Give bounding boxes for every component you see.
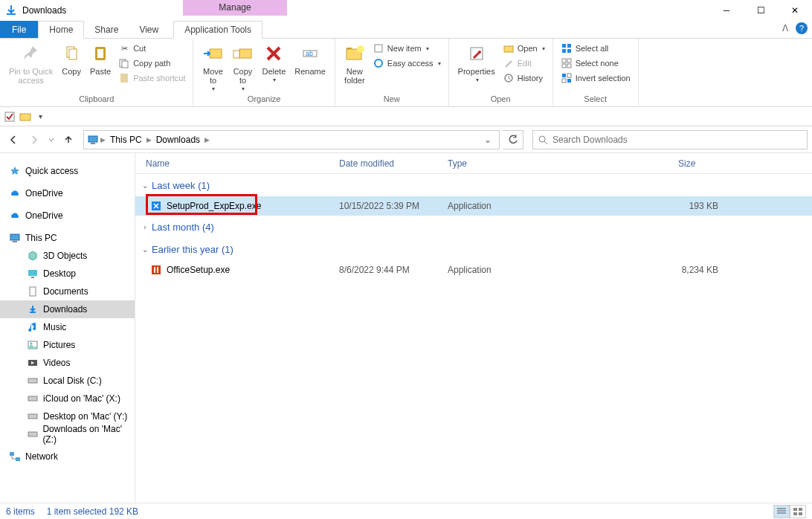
cut-button[interactable]: ✂Cut [115,42,188,55]
copy-path-button[interactable]: Copy path [115,57,188,70]
file-size-cell: 8,234 KB [668,265,718,275]
history-button[interactable]: History [500,71,548,85]
svg-rect-9 [233,51,239,58]
invert-selection-button[interactable]: Invert selection [558,71,634,85]
forward-button[interactable] [25,131,43,149]
group-header[interactable]: ⌄Last week (1) [135,174,812,196]
file-list[interactable]: ⌄Last week (1)SetupProd_ExpExp.exe10/15/… [135,174,812,503]
close-button[interactable]: ✕ [778,0,812,21]
open-button[interactable]: Open▾ [500,42,548,55]
nav-quick-access[interactable]: Quick access [0,162,135,180]
nav-network[interactable]: Network [0,448,135,465]
breadcrumb-this-pc[interactable]: This PC [107,135,145,145]
file-row[interactable]: OfficeSetup.exe8/6/2022 9:44 PMApplicati… [135,260,812,280]
tab-file[interactable]: File [0,21,38,38]
tab-share[interactable]: Share [84,21,129,38]
nav-3dobjects[interactable]: 3D Objects [0,247,135,265]
easy-access-button[interactable]: Easy access▾ [370,57,444,70]
svg-rect-20 [562,44,566,48]
chevron-down-icon: ⌄ [141,245,149,254]
nav-pictures[interactable]: Pictures [0,336,135,354]
svg-point-17 [478,51,481,54]
column-size[interactable]: Size [668,158,812,169]
checkbox-icon[interactable] [4,112,15,122]
svg-rect-28 [562,74,566,77]
nav-downloadsmac[interactable]: Downloads on 'Mac' (Z:) [0,425,135,443]
file-type-cell: Application [437,265,668,275]
nav-music[interactable]: Music [0,318,135,336]
nav-documents[interactable]: Documents [0,283,135,300]
pin-to-quick-access-button[interactable]: Pin to Quick access [4,40,57,86]
edit-button[interactable]: Edit [500,57,548,70]
new-folder-button[interactable]: New folder [340,40,370,86]
select-none-icon [561,57,573,69]
nav-videos[interactable]: Videos [0,354,135,372]
nav-onedrive-2[interactable]: OneDrive [0,207,135,225]
recent-locations-button[interactable] [46,131,57,149]
context-tab-manage[interactable]: Manage [183,0,287,16]
nav-desktopmac[interactable]: Desktop on 'Mac' (Y:) [0,407,135,425]
select-none-button[interactable]: Select none [558,57,634,70]
maximize-button[interactable]: ☐ [744,0,778,21]
copy-button[interactable]: Copy [57,40,86,77]
svg-rect-31 [562,79,566,83]
properties-button[interactable]: Properties▾ [454,40,500,86]
nav-desktop[interactable]: Desktop [0,265,135,283]
delete-button[interactable]: Delete▾ [257,40,290,86]
qat-overflow-icon[interactable]: ▾ [39,112,42,120]
column-name[interactable]: Name [135,158,329,169]
edit-icon [503,57,515,69]
file-row[interactable]: SetupProd_ExpExp.exe10/15/2022 5:39 PMAp… [135,196,812,216]
move-to-button[interactable]: Move to▾ [198,40,228,94]
nav-downloads[interactable]: Downloads [0,300,135,318]
tab-home[interactable]: Home [38,21,84,39]
column-date[interactable]: Date modified [329,158,437,169]
new-item-button[interactable]: New item▾ [370,42,444,55]
search-input[interactable] [552,135,802,145]
collapse-ribbon-icon[interactable]: ᐱ [782,23,788,33]
localdisk-icon [27,375,39,387]
pictures-icon [27,339,39,351]
group-header[interactable]: ›Last month (4) [135,216,812,238]
back-button[interactable] [4,131,22,149]
up-button[interactable] [59,131,77,149]
column-headers[interactable]: Name Date modified Type Size [135,153,812,174]
nav-this-pc[interactable]: This PC [0,229,135,247]
folder-small-icon[interactable] [19,112,31,122]
nav-icloud[interactable]: iCloud on 'Mac' (X:) [0,390,135,407]
nav-onedrive-1[interactable]: OneDrive [0,184,135,202]
easy-access-icon [373,57,384,69]
paste-button[interactable]: Paste [86,40,115,77]
svg-rect-50 [16,457,20,461]
refresh-button[interactable] [503,130,523,149]
breadcrumb-dropdown-icon[interactable]: ⌄ [480,135,496,145]
navigation-pane[interactable]: Quick access OneDrive OneDrive This PC 3… [0,153,135,503]
rename-icon: ab [301,42,319,65]
svg-rect-21 [567,44,571,48]
chevron-right-icon[interactable]: ▶ [145,136,153,144]
details-view-button[interactable] [773,505,790,518]
breadcrumb-downloads[interactable]: Downloads [153,135,203,145]
file-icon [150,264,162,276]
breadcrumb[interactable]: ▶ This PC ▶ Downloads ▶ ⌄ [83,130,500,149]
chevron-right-icon[interactable]: ▶ [203,136,211,144]
select-all-icon [561,42,573,54]
copy-to-button[interactable]: Copy to▾ [228,40,257,94]
svg-rect-27 [567,64,571,68]
select-all-button[interactable]: Select all [558,42,634,55]
tab-application-tools[interactable]: Application Tools [173,21,262,39]
chevron-right-icon[interactable]: ▶ [99,136,107,144]
help-icon[interactable]: ? [796,22,808,34]
tab-view[interactable]: View [129,21,169,38]
rename-button[interactable]: ab Rename [290,40,330,77]
paste-shortcut-button[interactable]: Paste shortcut [115,71,188,85]
tiles-view-button[interactable] [790,505,806,518]
minimize-button[interactable]: ─ [709,0,744,21]
group-header[interactable]: ⌄Earlier this year (1) [135,238,812,260]
desktop-icon [27,268,39,280]
new-item-icon [373,42,384,54]
ribbon-group-organize: Move to▾ Copy to▾ Delete▾ ab Rename Orga… [193,39,335,106]
search-box[interactable] [532,130,808,149]
nav-localdisk[interactable]: Local Disk (C:) [0,372,135,390]
column-type[interactable]: Type [437,158,668,169]
